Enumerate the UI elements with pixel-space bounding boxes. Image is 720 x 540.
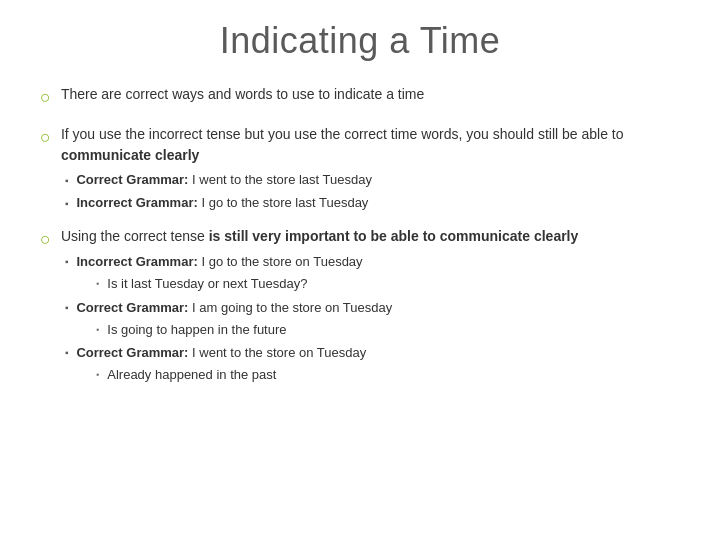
sub-bullet-text-2-2: Incorrect Grammar: I go to the store las… bbox=[76, 193, 368, 213]
sub-sub-bullet-text-3-1-1: Is it last Tuesday or next Tuesday? bbox=[107, 274, 307, 294]
sub-bullet-dot-2-1: ▪ bbox=[65, 173, 69, 188]
sub-sub-bullet-dot-3-2-1: ▪ bbox=[96, 324, 99, 336]
bullet-text-3: Using the correct tense is still very im… bbox=[61, 226, 680, 385]
sub-bullet-dot-3-3: ▪ bbox=[65, 345, 69, 360]
sub-bullet-content-3-3: Correct Grammar: I went to the store on … bbox=[76, 342, 366, 385]
bullet2-bold: communicate clearly bbox=[61, 147, 200, 163]
sub-bullet-2-1: ▪ Correct Grammar: I went to the store l… bbox=[65, 170, 680, 190]
sub-bullet-3-1: ▪ Incorrect Grammar: I go to the store o… bbox=[65, 251, 680, 294]
sub-sub-bullet-dot-3-3-1: ▪ bbox=[96, 369, 99, 381]
sub-sub-bullet-3-2-1: ▪ Is going to happen in the future bbox=[96, 320, 392, 340]
bullet-item-2: ○ If you use the incorrect tense but you… bbox=[40, 124, 680, 212]
sub-bullet-3-2: ▪ Correct Grammar: I am going to the sto… bbox=[65, 297, 680, 340]
sub-bullet-dot-3-2: ▪ bbox=[65, 300, 69, 315]
bullet-text-1: There are correct ways and words to use … bbox=[61, 84, 680, 105]
bullet3-bold: is still very important to be able to co… bbox=[209, 228, 579, 244]
sub-bullet-text-2-1: Correct Grammar: I went to the store las… bbox=[76, 170, 372, 190]
bullet-dot-1: ○ bbox=[40, 85, 51, 110]
sub-sub-bullet-3-3-1: ▪ Already happened in the past bbox=[96, 365, 366, 385]
sub-bullet-text-3-3: Correct Grammar: I went to the store on … bbox=[76, 345, 366, 360]
sub-bullet-text-3-2: Correct Grammar: I am going to the store… bbox=[76, 300, 392, 315]
sub-bullet-content-3-1: Incorrect Grammar: I go to the store on … bbox=[76, 251, 362, 294]
sub-bullet-content-3-2: Correct Grammar: I am going to the store… bbox=[76, 297, 392, 340]
bullet3-prefix: Using the correct tense bbox=[61, 228, 209, 244]
bullet2-prefix: If you use the incorrect tense but you u… bbox=[61, 126, 624, 142]
bullet3-sub-bullets: ▪ Incorrect Grammar: I go to the store o… bbox=[65, 251, 680, 385]
sub-sub-bullet-dot-3-1-1: ▪ bbox=[96, 278, 99, 290]
sub-bullet-text-3-1: Incorrect Grammar: I go to the store on … bbox=[76, 254, 362, 269]
sub-bullet-dot-2-2: ▪ bbox=[65, 196, 69, 211]
sub-bullet-2-2: ▪ Incorrect Grammar: I go to the store l… bbox=[65, 193, 680, 213]
sub-sub-bullet-text-3-3-1: Already happened in the past bbox=[107, 365, 276, 385]
sub-bullet-3-3: ▪ Correct Grammar: I went to the store o… bbox=[65, 342, 680, 385]
bullet-dot-3: ○ bbox=[40, 227, 51, 252]
content-area: ○ There are correct ways and words to us… bbox=[40, 84, 680, 520]
sub-sub-bullet-text-3-2-1: Is going to happen in the future bbox=[107, 320, 286, 340]
bullet-text-2: If you use the incorrect tense but you u… bbox=[61, 124, 680, 212]
page-title: Indicating a Time bbox=[40, 20, 680, 62]
sub-sub-bullets-3-3: ▪ Already happened in the past bbox=[96, 365, 366, 385]
bullet-item-1: ○ There are correct ways and words to us… bbox=[40, 84, 680, 110]
sub-sub-bullets-3-1: ▪ Is it last Tuesday or next Tuesday? bbox=[96, 274, 362, 294]
bullet2-sub-bullets: ▪ Correct Grammar: I went to the store l… bbox=[65, 170, 680, 212]
sub-sub-bullets-3-2: ▪ Is going to happen in the future bbox=[96, 320, 392, 340]
sub-bullet-dot-3-1: ▪ bbox=[65, 254, 69, 269]
page: Indicating a Time ○ There are correct wa… bbox=[0, 0, 720, 540]
bullet-item-3: ○ Using the correct tense is still very … bbox=[40, 226, 680, 385]
sub-sub-bullet-3-1-1: ▪ Is it last Tuesday or next Tuesday? bbox=[96, 274, 362, 294]
bullet-dot-2: ○ bbox=[40, 125, 51, 150]
